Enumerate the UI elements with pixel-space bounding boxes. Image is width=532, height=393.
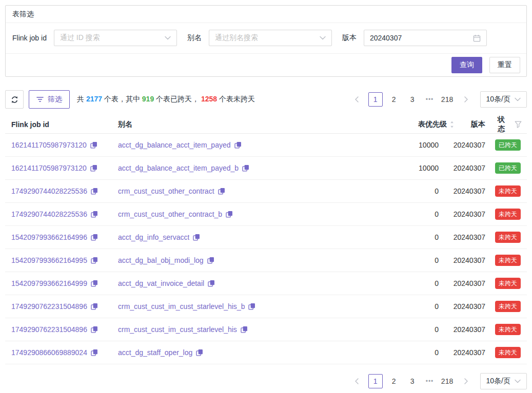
job-id-link[interactable]: 1749290744028225536 <box>11 187 87 195</box>
version-label: 版本 <box>342 33 357 43</box>
job-id-cell: 1621411705987973120 <box>5 164 112 172</box>
filter-card-body: Flink job id 通过 ID 搜索 别名 通过别名搜索 <box>6 23 526 54</box>
copy-icon[interactable] <box>91 234 98 241</box>
page-button-3[interactable]: 3 <box>405 374 420 388</box>
job-id-link[interactable]: 1542097993662164995 <box>11 256 87 264</box>
next-page-button[interactable] <box>459 374 473 388</box>
filter-lines-icon <box>36 96 44 102</box>
prev-page-button[interactable] <box>350 374 364 388</box>
version-cell: 20240307 <box>455 141 491 149</box>
page-button-218[interactable]: 218 <box>440 92 455 107</box>
page-size-select[interactable]: 10条/页 <box>480 373 527 389</box>
job-id-link[interactable]: 1621411705987973120 <box>11 164 87 172</box>
priority-cell: 0 <box>369 256 455 264</box>
funnel-icon[interactable] <box>515 121 522 128</box>
copy-icon[interactable] <box>90 164 97 172</box>
reset-button[interactable]: 重置 <box>489 57 520 73</box>
alias-link[interactable]: crm_cust_cust_other_contract <box>118 187 214 195</box>
flink-job-id-placeholder: 通过 ID 搜索 <box>60 33 165 43</box>
table-row: 1749290744028225536crm_cust_cust_other_c… <box>5 180 527 203</box>
copy-icon[interactable] <box>248 303 255 310</box>
flink-job-id-label: Flink job id <box>12 34 47 42</box>
page-button-3[interactable]: 3 <box>405 92 420 107</box>
page-button-1[interactable]: 1 <box>368 374 383 388</box>
alias-link[interactable]: crm_cust_cust_other_contract_b <box>118 210 222 218</box>
refresh-button[interactable] <box>5 90 24 109</box>
chevron-down-icon <box>515 379 521 383</box>
filter-toggle-button[interactable]: 筛选 <box>29 90 70 109</box>
copy-icon[interactable] <box>91 211 98 218</box>
job-id-cell: 1542097993662164995 <box>5 256 112 264</box>
job-id-link[interactable]: 1621411705987973120 <box>11 141 87 149</box>
page-ellipsis[interactable]: ••• <box>424 96 436 103</box>
copy-icon[interactable] <box>242 164 249 172</box>
alias-link[interactable]: crm_cust_cust_im_cust_starlevel_his_b <box>118 302 245 311</box>
alias-link[interactable]: acct_dg_bal_obj_modi_log <box>118 256 204 264</box>
copy-icon[interactable] <box>91 257 98 264</box>
sort-carets-icon[interactable] <box>449 121 455 128</box>
flink-job-id-select[interactable]: 通过 ID 搜索 <box>54 30 177 46</box>
version-date-input[interactable] <box>370 34 473 42</box>
summary-segment: 共 <box>77 95 86 103</box>
alias-link[interactable]: acct_dg_info_servacct <box>118 233 189 241</box>
copy-icon[interactable] <box>91 303 98 310</box>
copy-icon[interactable] <box>193 234 200 241</box>
copy-icon[interactable] <box>234 141 242 149</box>
page-button-2[interactable]: 2 <box>387 374 401 388</box>
alias-cell: crm_cust_cust_other_contract_b <box>112 210 369 218</box>
priority-cell: 0 <box>369 187 455 195</box>
job-id-link[interactable]: 1542097993662164996 <box>11 233 87 241</box>
chevron-down-icon <box>320 36 326 40</box>
next-page-button[interactable] <box>459 92 473 107</box>
copy-icon[interactable] <box>91 326 98 333</box>
job-id-link[interactable]: 1749290744028225536 <box>11 210 87 218</box>
job-id-link[interactable]: 1749290762231504896 <box>11 302 87 311</box>
version-cell: 20240307 <box>455 233 491 241</box>
copy-icon[interactable] <box>207 257 214 264</box>
alias-link[interactable]: acct_dg_balance_acct_item_payed_b <box>118 164 239 172</box>
priority-cell: 10000 <box>369 164 455 172</box>
copy-icon[interactable] <box>218 188 225 195</box>
summary-segment: 个表未跨天 <box>217 95 255 103</box>
status-badge: 已跨天 <box>495 139 521 151</box>
alias-link[interactable]: acct_dg_balance_acct_item_payed <box>118 141 231 149</box>
page-button-1[interactable]: 1 <box>368 92 383 107</box>
alias-link[interactable]: acct_dg_staff_oper_log <box>118 348 192 357</box>
copy-icon[interactable] <box>241 326 248 333</box>
chevron-down-icon <box>165 36 171 40</box>
job-id-link[interactable]: 1542097993662164999 <box>11 279 87 287</box>
status-cell: 未跨天 <box>491 278 527 289</box>
page: 表筛选 Flink job id 通过 ID 搜索 别名 通过别名搜索 <box>0 0 532 393</box>
copy-icon[interactable] <box>90 141 97 149</box>
priority-cell: 0 <box>369 302 455 311</box>
version-date-input-wrap <box>364 30 487 46</box>
job-id-cell: 1749290866069889024 <box>5 348 112 357</box>
alias-link[interactable]: acct_dg_vat_invoice_detail <box>118 279 204 287</box>
job-id-link[interactable]: 1749290762231504896 <box>11 325 87 334</box>
copy-icon[interactable] <box>226 211 233 218</box>
copy-icon[interactable] <box>91 188 98 195</box>
job-id-link[interactable]: 1749290866069889024 <box>11 348 87 357</box>
version-cell: 20240307 <box>455 302 491 311</box>
job-id-cell: 1542097993662164999 <box>5 279 112 287</box>
copy-icon[interactable] <box>208 280 215 287</box>
page-button-218[interactable]: 218 <box>440 374 455 388</box>
pagination-bottom: 123•••21810条/页 <box>350 373 527 389</box>
page-ellipsis[interactable]: ••• <box>424 378 436 385</box>
page-button-2[interactable]: 2 <box>387 92 401 107</box>
version-cell: 20240307 <box>455 348 491 357</box>
alias-select[interactable]: 通过别名搜索 <box>209 30 332 46</box>
alias-cell: crm_cust_cust_im_cust_starlevel_his_b <box>112 302 369 311</box>
prev-page-button[interactable] <box>350 92 364 107</box>
copy-icon[interactable] <box>91 349 98 356</box>
page-size-label: 10条/页 <box>486 377 510 386</box>
summary-text: 共 2177 个表，其中 919 个表已跨天， 1258 个表未跨天 <box>77 95 255 104</box>
query-button[interactable]: 查询 <box>451 57 482 73</box>
copy-icon[interactable] <box>91 280 98 287</box>
copy-icon[interactable] <box>196 349 203 356</box>
status-badge: 未跨天 <box>495 232 521 243</box>
page-size-select[interactable]: 10条/页 <box>480 91 527 108</box>
priority-cell: 0 <box>369 279 455 287</box>
pagination-top: 123•••21810条/页 <box>350 91 527 108</box>
alias-link[interactable]: crm_cust_cust_im_cust_starlevel_his <box>118 325 237 334</box>
